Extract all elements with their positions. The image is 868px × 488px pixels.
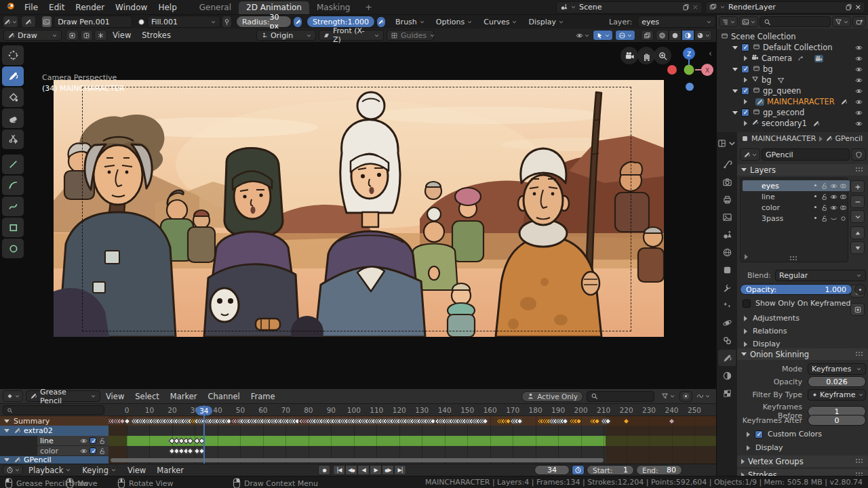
properties-tab-view-layer[interactable] (718, 209, 736, 225)
popover-brush[interactable]: Brush (390, 18, 431, 26)
channel-enable-checkbox[interactable] (90, 447, 96, 454)
channel-line[interactable]: line (0, 436, 108, 446)
start-frame-field[interactable]: Start:1 (587, 465, 634, 475)
menu-help[interactable]: Help (153, 3, 182, 12)
outliner-filter-id-dropdown[interactable] (739, 16, 758, 27)
jump-to-end-button[interactable]: ▶| (394, 465, 406, 475)
dopesheet-menu-marker[interactable]: Marker (165, 392, 203, 401)
jump-to-next-keyframe-button[interactable]: ●▶ (382, 465, 394, 475)
playback-menu-keying[interactable]: Keying (77, 466, 122, 475)
shading-material-button[interactable] (682, 30, 694, 41)
properties-tab-scene[interactable] (718, 226, 736, 243)
active-only-toggle[interactable]: Active Only (521, 391, 583, 402)
tool-circle[interactable] (2, 239, 24, 258)
tool-cutter[interactable] (2, 129, 24, 149)
layer-row-eyes[interactable]: eyes (743, 180, 850, 191)
copy-icon[interactable] (682, 3, 690, 11)
viewport-3d[interactable]: DrawViewStrokesOriginFront (X-Z)Guides (0, 28, 716, 389)
onion-opacity-field[interactable]: 0.026 (808, 376, 866, 387)
hide-in-viewport-toggle[interactable] (855, 109, 863, 117)
workspace-tab-masking[interactable]: Masking (309, 1, 357, 14)
onion-skinning-panel-header[interactable]: Onion Skinning (737, 348, 868, 360)
play-button[interactable]: ▶ (370, 465, 382, 475)
move-layer-up-button[interactable] (850, 226, 865, 239)
hide-in-viewport-toggle[interactable] (855, 87, 863, 95)
disclosure-triangle-icon[interactable] (744, 56, 747, 61)
remove-layer-button[interactable] (850, 195, 865, 208)
menu-edit[interactable]: Edit (43, 3, 70, 12)
active-tool-icon-button[interactable] (21, 16, 35, 28)
panel-header-vertex-groups[interactable]: Vertex Groups (737, 455, 868, 467)
outliner-search-input[interactable] (760, 16, 831, 27)
onion-display-subpanel[interactable]: Display (747, 443, 783, 452)
outliner-row-scene-collection[interactable]: Scene Collection (717, 31, 868, 42)
hide-in-viewport-toggle[interactable] (855, 55, 863, 62)
dopesheet-menu-view[interactable]: View (100, 392, 130, 401)
radius-slider[interactable]: Radius:30 px (236, 16, 292, 28)
guides-dropdown[interactable]: Guides (387, 30, 434, 41)
dopesheet-filter-dropdown[interactable] (658, 391, 678, 402)
outliner-row-bg[interactable]: bg (717, 75, 868, 85)
channel-gpencil[interactable]: GPencil (0, 456, 108, 464)
collection-checkbox[interactable] (741, 65, 749, 73)
channel-summary[interactable]: Summary (0, 416, 108, 426)
subpanel-adjustments[interactable]: Adjustments (744, 314, 800, 323)
disclosure-triangle-icon[interactable] (732, 111, 738, 115)
hide-in-viewport-toggle[interactable] (855, 98, 863, 106)
shading-rendered-button[interactable] (694, 30, 712, 41)
mode-dropdown[interactable]: Draw (3, 30, 62, 41)
copy-icon[interactable] (845, 3, 852, 11)
properties-tab-tool[interactable] (718, 156, 736, 172)
properties-tab-physics[interactable] (718, 314, 736, 331)
disclosure-triangle-icon[interactable] (732, 46, 738, 49)
properties-tab-data[interactable] (718, 350, 736, 366)
dope-sheet-ruler[interactable]: 0102030405060708090100110120130140150160… (0, 404, 716, 416)
shading-solid-button[interactable] (669, 30, 682, 41)
blender-logo-icon[interactable] (5, 1, 15, 13)
tool-fallback-button[interactable] (3, 16, 18, 28)
mask-button[interactable] (850, 303, 865, 316)
disclosure-triangle-icon[interactable] (744, 77, 747, 83)
id-name-field[interactable]: GPencil (762, 148, 850, 161)
dopesheet-mode-dropdown[interactable]: Grease Pencil (26, 390, 100, 402)
material-selector[interactable]: Fill.001 (138, 16, 220, 28)
outliner-display-mode-dropdown[interactable] (719, 16, 738, 27)
tool-curve[interactable] (2, 197, 24, 216)
channel-extra02[interactable]: extra02 (0, 426, 108, 436)
panel-grip[interactable] (855, 167, 864, 173)
layer-row-3pass[interactable]: 3pass (743, 213, 850, 224)
layer-list-expand-icon[interactable] (745, 254, 748, 260)
tool-fill[interactable] (2, 87, 24, 107)
tool-arc[interactable] (2, 176, 24, 195)
draw-on-back-toggle[interactable] (80, 30, 93, 41)
editor-type-selector[interactable] (718, 135, 736, 151)
layer-list-resize-grip[interactable] (789, 256, 798, 262)
id-type-dropdown[interactable] (740, 148, 760, 161)
layer-opacity-slider[interactable]: Opacity:1.000 (740, 284, 852, 295)
properties-tab-particles[interactable] (718, 297, 736, 313)
outliner-row-secondary1[interactable]: secondary1 (717, 118, 868, 129)
add-layer-button[interactable] (850, 180, 865, 193)
remove-view-layer-icon[interactable]: × (855, 3, 861, 12)
playback-menu-playback[interactable]: Playback (23, 466, 77, 475)
stroke-placement-dropdown[interactable]: Origin (256, 30, 316, 41)
hide-in-viewport-toggle[interactable] (855, 120, 863, 127)
properties-tab-material[interactable] (718, 367, 736, 384)
onion-filter-dropdown[interactable]: Keyframe (808, 389, 866, 401)
menu-file[interactable]: File (19, 3, 43, 12)
properties-tab-output[interactable] (718, 191, 736, 207)
use-preview-range-toggle[interactable] (572, 465, 585, 475)
pin-icon[interactable] (222, 16, 232, 28)
properties-tab-texture[interactable] (718, 385, 736, 401)
outliner-filter-dropdown[interactable] (832, 16, 851, 27)
viewport-menu-strokes[interactable]: Strokes (136, 30, 176, 40)
dopesheet-menu-frame[interactable]: Frame (245, 392, 281, 401)
custom-colors-checkbox[interactable] (755, 430, 763, 439)
properties-tab-object[interactable] (718, 262, 736, 278)
layer-row-color[interactable]: color (743, 202, 850, 213)
tool-box[interactable] (2, 218, 24, 237)
new-collection-button[interactable] (852, 16, 866, 27)
brush-thumbnail[interactable] (41, 16, 53, 28)
workspace-tab-x[interactable]: + (357, 1, 379, 14)
tool-cursor[interactable] (2, 45, 24, 65)
